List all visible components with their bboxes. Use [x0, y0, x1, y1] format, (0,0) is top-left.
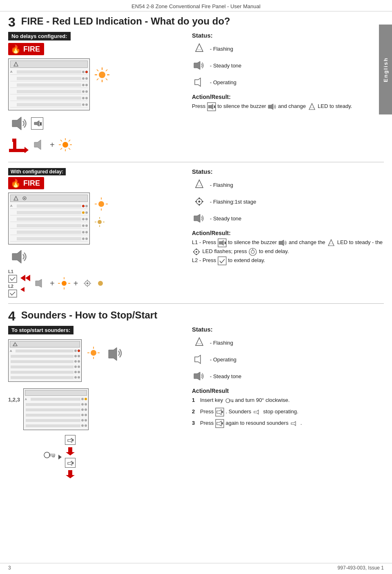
page-footer: 3 997-493-003, Issue 1: [0, 563, 392, 571]
speaker-sound-icon-s3: [192, 369, 207, 383]
status-item-flashing-gear: - Flashing:1st stage: [192, 194, 384, 209]
svg-marker-133: [291, 422, 296, 426]
resound-icon: [66, 459, 74, 466]
panel-gear-icon: [21, 195, 28, 201]
svg-rect-54: [9, 290, 17, 297]
stop-sounders-button[interactable]: [65, 435, 76, 445]
section4-title: Sounders - How to Stop/Start: [21, 309, 157, 321]
svg-rect-77: [195, 201, 197, 202]
svg-line-7: [97, 70, 98, 71]
fire-text-2: FIRE: [23, 179, 40, 188]
fire-symbol-icon-2: ~~: [192, 177, 207, 192]
svg-marker-35: [268, 104, 273, 110]
end-delay-icon: [248, 247, 257, 256]
svg-marker-15: [9, 139, 24, 152]
buzzer-icon-1: [267, 102, 276, 111]
section4-status-title: Status:: [192, 326, 384, 333]
language-label: English: [383, 57, 389, 82]
press-mute-icon-1: [207, 102, 216, 111]
fire-led-icon-1: ~~: [307, 102, 316, 111]
panel-fire-icon: ~: [12, 61, 20, 67]
svg-marker-81: [219, 240, 224, 246]
resound-icon-2: [215, 419, 224, 428]
extend-delay-icon: [218, 256, 227, 265]
svg-point-88: [196, 251, 197, 253]
status-steady-text-3: - Steady tone: [210, 373, 241, 379]
steady-led-icon-1: [58, 137, 73, 152]
svg-point-59: [62, 281, 67, 286]
stop-start-label: To stop/start sounders:: [8, 326, 74, 334]
svg-marker-11: [12, 117, 21, 130]
gear-symbol-icon: [192, 194, 207, 209]
svg-marker-104: [109, 348, 117, 361]
status-item-steady-2: - Steady tone: [192, 211, 384, 226]
l2-label: L2: [8, 284, 17, 289]
svg-rect-89: [196, 249, 197, 250]
status-item-flashing-1: ~~ - Flashing: [192, 41, 384, 56]
stop-sounders-icon-2: [215, 408, 224, 417]
svg-rect-107: [53, 456, 54, 457]
section4-action-title: Action/Result: [192, 388, 384, 394]
svg-marker-52: [12, 250, 21, 263]
status-flashing-text-1: - Flashing: [210, 46, 233, 52]
fire-badge-1: 🔥 FIRE: [8, 43, 44, 55]
with-delay-left: With configured delay: 🔥 FIRE ~: [8, 168, 184, 298]
svg-marker-119: [195, 355, 200, 363]
speaker-small-icon-1: [32, 137, 47, 152]
status-item-operating-3: - Operating: [192, 352, 384, 367]
main-content: 3 FIRE - Red LED Indication - What do yo…: [0, 11, 392, 488]
svg-marker-116: [66, 470, 75, 478]
svg-point-74: [198, 201, 200, 203]
no-delays-status-title: Status:: [192, 32, 384, 39]
play-arrow: [58, 454, 62, 460]
plus-icon-3: +: [74, 279, 78, 288]
svg-marker-58: [36, 279, 42, 287]
panel-fire-icon-2: ~: [12, 195, 20, 201]
svg-marker-17: [34, 140, 41, 150]
svg-rect-106: [49, 454, 55, 456]
no-delays-section: No delays configured: 🔥 FIRE ~ A: [8, 32, 384, 156]
status-steady-text-2: - Steady tone: [210, 215, 241, 222]
svg-text:~: ~: [15, 198, 16, 200]
svg-point-99: [91, 350, 96, 356]
status-item-flashing-3: ~~ - Flashing: [192, 335, 384, 350]
svg-line-25: [69, 140, 70, 141]
svg-marker-30: [195, 78, 200, 86]
svg-marker-32: [208, 104, 213, 110]
svg-line-23: [60, 140, 62, 141]
svg-rect-78: [202, 201, 203, 202]
speaker-big-icon-1: [8, 114, 28, 133]
svg-marker-130: [217, 421, 221, 426]
down-arrow-2: [65, 469, 76, 479]
section4-right: Status: ~~ - Flashing: [188, 326, 384, 479]
svg-marker-109: [68, 438, 72, 442]
with-delay-right: Status: ~~ - Flashing: [188, 168, 384, 298]
footer-page-num: 3: [8, 565, 11, 571]
svg-point-41: [24, 198, 25, 199]
plus-icon-2: +: [50, 279, 55, 288]
svg-marker-108: [58, 455, 62, 460]
svg-marker-128: [254, 410, 258, 414]
with-delay-action: Action/Result: L1 - Press to silence the…: [192, 230, 384, 265]
key-icon-inline: [225, 396, 234, 405]
svg-text:~~: ~~: [197, 184, 201, 188]
section3-title: FIRE - Red LED Indication - What do you …: [21, 16, 230, 27]
svg-text:~~: ~~: [197, 48, 201, 52]
svg-marker-112: [66, 447, 75, 455]
divider-2: [8, 303, 384, 304]
speaker-stop-icon: [253, 408, 262, 417]
svg-rect-92: [198, 251, 200, 253]
section4-number: 4: [8, 309, 16, 323]
resound-button[interactable]: [65, 458, 76, 468]
gear-led-icon: [192, 247, 201, 256]
step-3: 3 Press again to resound sounders: [192, 419, 384, 428]
down-arrow-1: [65, 446, 76, 456]
speaker-small-icon-2: [33, 277, 47, 290]
l-arrow-icon: [8, 137, 29, 153]
status-item-operating-1: - Operating: [192, 75, 384, 90]
svg-line-8: [106, 78, 107, 80]
l1-check-icon: [8, 275, 17, 283]
svg-marker-120: [194, 372, 200, 380]
step-1: 1 Insert key and turn 90° clockwise.: [192, 396, 384, 405]
stop-icon: [66, 436, 74, 444]
